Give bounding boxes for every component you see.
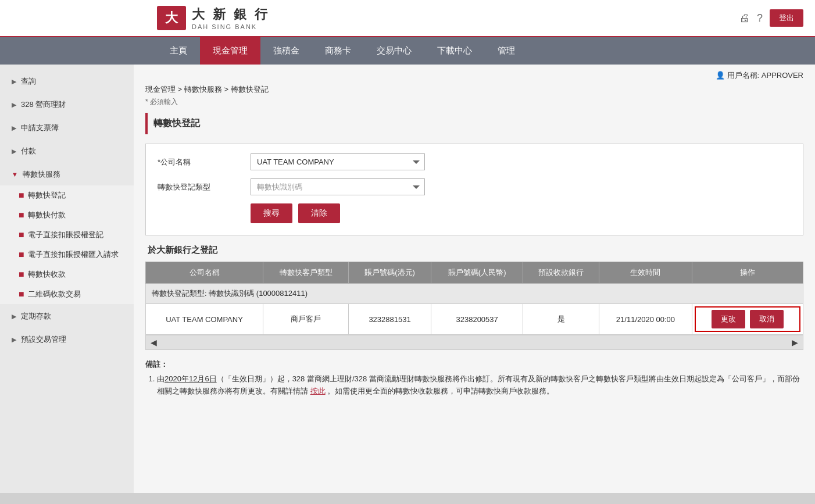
sidebar-item-fps-qr[interactable]: ■ 二維碼收款交易 — [0, 284, 134, 304]
user-info: 👤 用戶名稱: APPROVER — [145, 70, 803, 81]
chevron-right-icon-3: ▶ — [12, 124, 16, 132]
cell-customer-type: 商戶客戶 — [263, 304, 349, 335]
nav-item-mgmt[interactable]: 管理 — [485, 37, 528, 65]
sidebar-group-cheque: ▶ 申請支票簿 — [0, 117, 134, 139]
sidebar-group-deposit: ▶ 定期存款 — [0, 305, 134, 327]
sidebar-item-fps-register-label: 轉數快登記 — [28, 190, 66, 201]
clear-button[interactable]: 清除 — [298, 203, 340, 223]
cell-action: 更改 取消 — [692, 304, 803, 335]
search-button[interactable]: 搜尋 — [251, 203, 292, 223]
chevron-right-icon-2: ▶ — [12, 101, 16, 109]
user-icon: 👤 — [716, 71, 725, 80]
header-right: 🖨 ? 登出 — [739, 9, 803, 27]
cancel-record-button[interactable]: 取消 — [750, 310, 784, 328]
bullet-icon-2: ■ — [19, 210, 24, 220]
sidebar-item-fps-dda-import-label: 電子直接扣賬授權匯入請求 — [28, 249, 119, 260]
cell-account-rmb: 3238200537 — [431, 304, 523, 335]
sidebar-group-328: ▶ 328 營商理財 — [0, 94, 134, 116]
required-note: * 必須輸入 — [145, 97, 803, 107]
data-table: 公司名稱 轉數快客戶類型 賬戶號碼(港元) 賬戶號碼(人民幣) 預設收款銀行 生… — [145, 262, 803, 335]
sidebar-item-default-trade[interactable]: ▶ 預設交易管理 — [0, 328, 134, 351]
logout-button[interactable]: 登出 — [770, 9, 803, 27]
sidebar-item-deposit-label: 定期存款 — [21, 311, 51, 321]
sidebar-item-fps-dda-label: 電子直接扣賬授權登記 — [28, 230, 103, 240]
nav-item-mpf[interactable]: 強積金 — [260, 37, 312, 65]
help-icon[interactable]: ? — [757, 12, 763, 24]
sidebar-item-fps-payment-label: 轉數快付款 — [28, 210, 66, 220]
print-icon[interactable]: 🖨 — [739, 12, 750, 24]
nav-item-download[interactable]: 下載中心 — [424, 37, 485, 65]
sidebar: ▶ 查詢 ▶ 328 營商理財 ▶ 申請支票簿 ▶ 付款 ▼ 轉 — [0, 65, 134, 493]
company-row: *公司名稱 UAT TEAM COMPANY — [158, 153, 791, 170]
chevron-right-icon-5: ▶ — [12, 313, 16, 320]
section-title: 轉數快登記 — [145, 113, 803, 134]
logo-en: DAH SING BANK — [192, 23, 270, 30]
nav-bar: 主頁 現金管理 強積金 商務卡 交易中心 下載中心 管理 — [0, 37, 815, 65]
content-area: 👤 用戶名稱: APPROVER 現金管理 > 轉數快服務 > 轉數快登記 * … — [134, 65, 815, 493]
sidebar-item-fps-receive-label: 轉數快收款 — [28, 269, 66, 280]
table-group-row: 轉數快登記類型: 轉數快識別碼 (10000812411) — [146, 284, 803, 304]
nav-item-trade-center[interactable]: 交易中心 — [364, 37, 424, 65]
sidebar-item-payment[interactable]: ▶ 付款 — [0, 140, 134, 162]
group-row-cell: 轉數快登記類型: 轉數快識別碼 (10000812411) — [146, 284, 803, 304]
nav-item-cash-mgmt[interactable]: 現金管理 — [200, 37, 260, 65]
sidebar-item-fps-dda[interactable]: ■ 電子直接扣賬授權登記 — [0, 225, 134, 245]
sidebar-item-query-label: 查詢 — [21, 76, 36, 87]
bullet-icon-4: ■ — [19, 250, 24, 259]
company-select[interactable]: UAT TEAM COMPANY — [251, 153, 425, 170]
table-pagination: ◀ ▶ — [145, 335, 803, 350]
sidebar-item-fps-dda-import[interactable]: ■ 電子直接扣賬授權匯入請求 — [0, 245, 134, 264]
sidebar-item-cheque-label: 申請支票簿 — [21, 123, 59, 133]
table-section-title: 於大新銀行之登記 — [145, 245, 803, 256]
notes-list: 由2020年12月6日（「生效日期」）起，328 當商網上理財/328 當商流動… — [145, 373, 803, 398]
sidebar-item-query[interactable]: ▶ 查詢 — [0, 70, 134, 92]
sidebar-item-fps-payment[interactable]: ■ 轉數快付款 — [0, 205, 134, 225]
sidebar-item-fps-qr-label: 二維碼收款交易 — [28, 289, 81, 299]
note-link[interactable]: 按此 — [310, 387, 326, 395]
cell-account-hkd: 3232881531 — [349, 304, 431, 335]
sidebar-item-deposit[interactable]: ▶ 定期存款 — [0, 305, 134, 327]
sidebar-item-fps-register[interactable]: ■ 轉數快登記 — [0, 185, 134, 205]
user-info-label: 用戶名稱: APPROVER — [727, 71, 803, 80]
chevron-down-icon: ▼ — [12, 171, 18, 178]
col-customer-type: 轉數快客戶類型 — [263, 262, 349, 284]
cell-effective-time: 21/11/2020 00:00 — [599, 304, 692, 335]
pagination-right-arrow[interactable]: ▶ — [792, 338, 798, 347]
sidebar-item-payment-label: 付款 — [21, 146, 36, 156]
sidebar-item-328[interactable]: ▶ 328 營商理財 — [0, 94, 134, 116]
logo-text: 大 新 銀 行 DAH SING BANK — [192, 6, 270, 30]
sidebar-item-fps[interactable]: ▼ 轉數快服務 — [0, 163, 134, 185]
notes-title: 備註： — [145, 359, 803, 370]
cell-default-bank: 是 — [523, 304, 599, 335]
logo-area: 大 大 新 銀 行 DAH SING BANK — [157, 6, 270, 30]
sidebar-item-cheque[interactable]: ▶ 申請支票簿 — [0, 117, 134, 139]
pagination-left-arrow[interactable]: ◀ — [151, 338, 157, 347]
col-action: 操作 — [692, 262, 803, 284]
sidebar-item-fps-label: 轉數快服務 — [23, 169, 60, 180]
notes-section: 備註： 由2020年12月6日（「生效日期」）起，328 當商網上理財/328 … — [145, 359, 803, 398]
company-select-wrapper: UAT TEAM COMPANY — [251, 153, 425, 170]
svg-text:大: 大 — [165, 10, 178, 25]
col-account-rmb: 賬戶號碼(人民幣) — [431, 262, 523, 284]
sidebar-item-328-label: 328 營商理財 — [21, 99, 66, 110]
nav-item-home[interactable]: 主頁 — [157, 37, 200, 65]
sidebar-sub-fps: ■ 轉數快登記 ■ 轉數快付款 ■ 電子直接扣賬授權登記 ■ 電子直接扣賬授權匯… — [0, 185, 134, 304]
main-layout: ▶ 查詢 ▶ 328 營商理財 ▶ 申請支票簿 ▶ 付款 ▼ 轉 — [0, 65, 815, 493]
breadcrumb: 現金管理 > 轉數快服務 > 轉數快登記 — [145, 84, 803, 95]
form-area: *公司名稱 UAT TEAM COMPANY 轉數快登記類型 轉數快識別碼 搜尋… — [145, 144, 803, 235]
type-label: 轉數快登記類型 — [158, 182, 251, 192]
type-row: 轉數快登記類型 轉數快識別碼 — [158, 178, 791, 195]
col-company: 公司名稱 — [146, 262, 263, 284]
sidebar-group-query: ▶ 查詢 — [0, 70, 134, 92]
company-label: *公司名稱 — [158, 157, 251, 167]
edit-button[interactable]: 更改 — [712, 310, 745, 328]
form-buttons: 搜尋 清除 — [158, 203, 791, 223]
sidebar-item-fps-receive[interactable]: ■ 轉數快收款 — [0, 264, 134, 284]
note-item-1: 由2020年12月6日（「生效日期」）起，328 當商網上理財/328 當商流動… — [157, 373, 803, 398]
breadcrumb-text: 現金管理 > 轉數快服務 > 轉數快登記 — [145, 85, 269, 94]
bullet-icon-1: ■ — [19, 191, 24, 200]
col-account-hkd: 賬戶號碼(港元) — [349, 262, 431, 284]
type-select[interactable]: 轉數快識別碼 — [251, 178, 425, 195]
nav-item-biz-card[interactable]: 商務卡 — [312, 37, 364, 65]
bullet-icon-5: ■ — [19, 270, 24, 279]
